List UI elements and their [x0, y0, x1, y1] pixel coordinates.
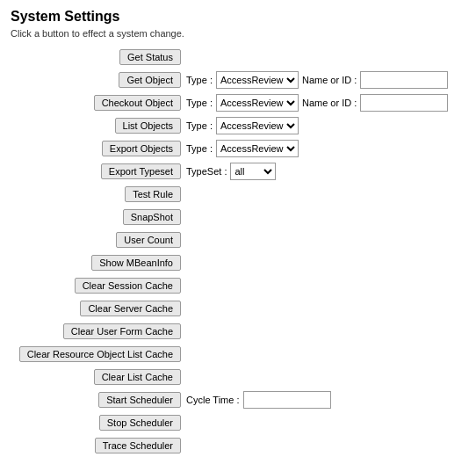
export-objects-type-label: Type :	[186, 143, 213, 154]
checkout-object-type-select[interactable]: AccessReview Certification Policy Role	[216, 94, 299, 112]
list-objects-type-select[interactable]: AccessReview Certification Policy Role	[216, 117, 299, 134]
checkout-object-type-label: Type :	[186, 98, 213, 108]
export-objects-button[interactable]: Export Objects	[102, 141, 181, 156]
clear-server-cache-button[interactable]: Clear Server Cache	[80, 301, 181, 316]
page-subtitle: Click a button to effect a system change…	[11, 28, 465, 39]
get-object-nameid-input[interactable]	[360, 71, 448, 89]
export-objects-type-select[interactable]: AccessReview Certification Policy Role	[216, 140, 299, 157]
checkout-object-nameid-label: Name or ID :	[302, 98, 357, 108]
list-objects-type-label: Type :	[186, 120, 213, 131]
page-title: System Settings	[11, 9, 465, 25]
get-status-button[interactable]: Get Status	[119, 49, 181, 65]
checkout-object-nameid-input[interactable]	[360, 94, 448, 112]
snapshot-button[interactable]: SnapShot	[123, 209, 181, 225]
export-typeset-select[interactable]: all partial	[230, 163, 276, 180]
cycle-time-label: Cycle Time :	[186, 395, 240, 405]
export-typeset-button[interactable]: Export Typeset	[101, 163, 181, 179]
export-typeset-label: TypeSet :	[186, 166, 227, 177]
user-count-button[interactable]: User Count	[116, 232, 181, 248]
clear-session-cache-button[interactable]: Clear Session Cache	[75, 278, 181, 294]
get-object-nameid-label: Name or ID :	[302, 75, 357, 85]
checkout-object-button[interactable]: Checkout Object	[94, 95, 181, 111]
get-object-type-label: Type :	[186, 75, 213, 85]
trace-scheduler-button[interactable]: Trace Scheduler	[95, 438, 181, 453]
test-rule-button[interactable]: Test Rule	[125, 186, 181, 202]
get-object-type-select[interactable]: AccessReview Certification Policy Role	[216, 71, 299, 89]
list-objects-button[interactable]: List Objects	[115, 118, 181, 134]
show-mbeaninfo-button[interactable]: Show MBeanInfo	[91, 255, 181, 271]
stop-scheduler-button[interactable]: Stop Scheduler	[99, 415, 181, 431]
clear-user-form-cache-button[interactable]: Clear User Form Cache	[63, 323, 181, 339]
get-object-button[interactable]: Get Object	[119, 72, 181, 88]
start-scheduler-button[interactable]: Start Scheduler	[98, 392, 181, 408]
cycle-time-input[interactable]	[243, 391, 331, 409]
clear-resource-object-list-cache-button[interactable]: Clear Resource Object List Cache	[19, 346, 181, 362]
clear-list-cache-button[interactable]: Clear List Cache	[94, 369, 181, 385]
